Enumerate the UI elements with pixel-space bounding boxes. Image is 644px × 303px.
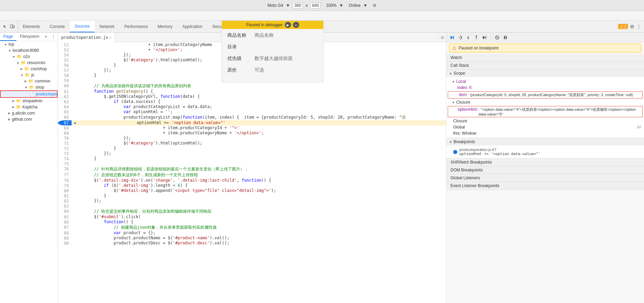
tree-item-github[interactable]: ▶ github.com	[0, 116, 58, 122]
debug-item-optionhtml[interactable]: optionHtml : "<option data-value="4">优质奶…	[448, 106, 643, 117]
debug-key-item: item	[459, 92, 467, 97]
inspect-icon[interactable]	[3, 24, 8, 29]
code-line-86: 86 function() {	[58, 219, 446, 225]
width-value[interactable]: 360	[293, 2, 303, 9]
network-dropdown-icon[interactable]: ▼	[363, 3, 367, 8]
tab-elements[interactable]: Elements	[18, 20, 45, 32]
closure-label: Closure	[456, 100, 470, 105]
preview-play-btn[interactable]: ▶	[285, 22, 291, 28]
code-line-62: 62 $.getJSON(categoryUrl, function(data)…	[58, 94, 446, 99]
section-watch-header[interactable]: Watch	[446, 54, 644, 61]
step-into-btn[interactable]	[465, 34, 472, 41]
tree-item-o2o[interactable]: 📁 o2o	[0, 54, 58, 60]
closure2-label: Closure	[453, 119, 467, 123]
code-line-81: 81 }	[58, 193, 446, 198]
file-tab-more[interactable]: »	[43, 33, 49, 41]
paused-dot: ⚠	[452, 45, 457, 51]
tab-console[interactable]: Console	[45, 20, 70, 32]
tree-item-shop[interactable]: 📁 shop	[0, 84, 58, 90]
section-gl-header[interactable]: Global Listeners	[446, 174, 644, 182]
code-line-83: 83	[58, 203, 446, 209]
code-tab-productoperation[interactable]: productoperation.js ✕	[58, 33, 115, 42]
scope-local-header[interactable]: Local	[446, 78, 644, 85]
code-line-78: 78 $('.detail-img-div').on('change', '.d…	[58, 178, 446, 183]
device-mode-icon[interactable]	[10, 24, 15, 29]
file-tab-page[interactable]: Page	[0, 33, 16, 41]
resume-btn[interactable]	[448, 34, 455, 41]
section-scope-header[interactable]: Scope	[446, 70, 644, 77]
code-panel-collapse[interactable]: ⧉	[439, 35, 446, 40]
debug-item-item[interactable]: item : {productCategoryId: 5, shopId: 28…	[448, 91, 643, 99]
folder-icon-cssshop: 📁	[24, 66, 29, 71]
bp-label: Breakpoints	[454, 139, 475, 144]
section-callstack-header[interactable]: Call Stack	[446, 62, 644, 69]
tree-item-alicdn[interactable]: ▶ g.alicdn.com	[0, 110, 58, 116]
section-el-header[interactable]: Event Listener Breakpoints	[446, 182, 644, 190]
tree-item-top[interactable]: top	[0, 41, 58, 47]
more-icon[interactable]: ⋮	[637, 24, 641, 29]
step-over-btn[interactable]	[457, 34, 463, 41]
code-line-79: 79 if ($('.detail-img').length < 6) {	[58, 183, 446, 188]
svg-marker-2	[450, 36, 453, 39]
tab-performance[interactable]: Performance	[120, 20, 153, 32]
svg-marker-4	[461, 36, 462, 39]
tab-memory[interactable]: Memory	[153, 20, 178, 32]
svg-rect-14	[504, 36, 505, 39]
scope-this-header[interactable]: this: Window	[446, 130, 644, 136]
network-value[interactable]: Online	[349, 3, 361, 8]
tree-item-localhost[interactable]: localhost:8080	[0, 47, 58, 54]
device-dropdown-icon[interactable]: ▼	[286, 3, 290, 8]
section-watch: Watch	[446, 54, 644, 62]
bp-item-1[interactable]: productoperation.js:67 optionHtml += '<o…	[446, 147, 644, 157]
tree-label-alicdn: g.alicdn.com	[12, 111, 35, 116]
debug-item-index[interactable]: index: 6	[446, 85, 644, 91]
section-dom-header[interactable]: DOM Breakpoints	[446, 166, 644, 174]
step-btn[interactable]	[481, 34, 488, 41]
scope-global-header[interactable]: Global Wi	[446, 124, 644, 130]
tree-item-cssshop[interactable]: ▶ 📁 css/shop	[0, 66, 58, 72]
file-tab-filesystem[interactable]: Filesystem	[16, 33, 43, 41]
tree-item-productoperation[interactable]: 📄 productoperatio	[0, 90, 58, 98]
settings-gear-icon[interactable]: ⚙	[630, 24, 634, 29]
code-line-88: 88 var product = {};	[58, 230, 446, 236]
section-global-listeners: Global Listeners	[446, 174, 644, 182]
scope-closure-header[interactable]: Closure	[446, 99, 644, 105]
scope-closure2-header[interactable]: Closure	[446, 118, 644, 124]
folder-icon-shop: 📁	[29, 85, 34, 90]
tab-sources[interactable]: Sources	[70, 20, 95, 32]
tree-item-js[interactable]: 📁 js	[0, 72, 58, 78]
deactivate-btn[interactable]	[494, 34, 501, 41]
preview-row-2: 优先级 数字越大越排前面	[227, 56, 318, 62]
preview-value-0: 商品名称	[255, 32, 274, 39]
local-chevron	[452, 80, 455, 84]
section-bp-header[interactable]: Breakpoints	[446, 138, 644, 146]
zoom-value[interactable]: 100%	[326, 3, 337, 8]
section-breakpoints: Breakpoints productoperation.js:67 optio…	[446, 138, 644, 158]
section-xhr-header[interactable]: XHR/fetch Breakpoints	[446, 158, 644, 166]
bp-code: optionHtml += '<option data-value="'	[459, 152, 540, 156]
step-out-btn[interactable]	[473, 34, 480, 41]
tab-application[interactable]: Application	[178, 20, 208, 32]
tree-label-resources: resources	[27, 60, 45, 65]
height-value[interactable]: 640	[310, 2, 321, 9]
tree-label-top: top	[9, 42, 14, 47]
bp-body: productoperation.js:67 optionHtml += '<o…	[446, 146, 644, 158]
paused-banner: ⚠ Paused on breakpoint	[449, 44, 641, 52]
pause-exception-btn[interactable]	[502, 34, 509, 41]
gl-label: Global Listeners	[450, 176, 480, 180]
file-tab-options[interactable]: ⋮	[49, 33, 58, 41]
tree-item-common[interactable]: ▶ 📁 common	[0, 78, 58, 84]
folder-icon-js: 📁	[25, 73, 30, 77]
tree-item-resources[interactable]: 📁 resources	[0, 60, 58, 66]
preview-step-btn[interactable]: ↩	[293, 22, 299, 28]
zoom-dropdown-icon[interactable]: ▼	[339, 3, 343, 8]
tree-item-kaptcha[interactable]: ▶ 📁 Kaptcha	[0, 104, 58, 110]
tree-item-shopadmin[interactable]: ▶ 📁 shopadmin	[0, 98, 58, 104]
code-tab-close[interactable]: ✕	[109, 35, 111, 39]
code-line-90: 90 product.productDesc = $('#product-des…	[58, 241, 446, 246]
global-label: Global	[453, 125, 465, 130]
file-panel-tabs: Page Filesystem » ⋮	[0, 33, 58, 41]
tab-network[interactable]: Network	[95, 20, 120, 32]
settings-icon[interactable]: ⚙	[373, 3, 377, 8]
code-line-73: 73 });	[58, 151, 446, 156]
